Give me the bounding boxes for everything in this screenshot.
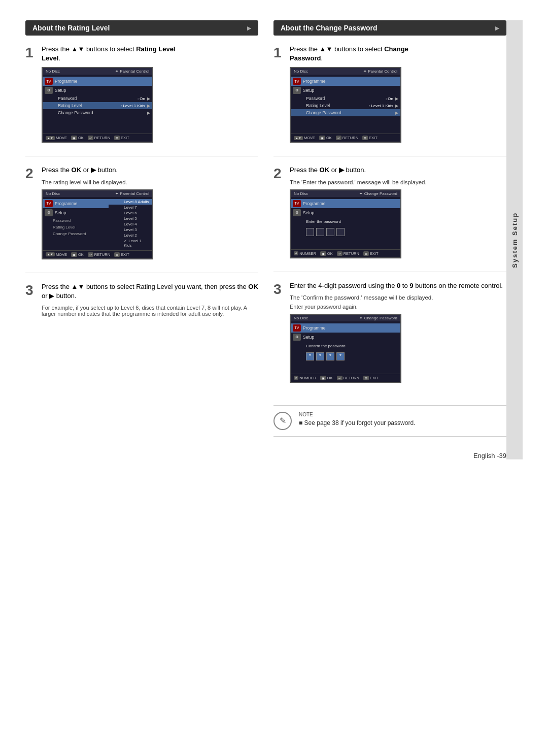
step-1-title: Press the ▲▼ buttons to select Rating Le…	[42, 45, 258, 63]
screen-row-password: Password : On ▶	[43, 95, 152, 102]
right-step-2: 2 Press the OK or ▶ button. The 'Enter t…	[273, 166, 506, 272]
system-setup-tab: System Setup	[506, 20, 523, 459]
right-step-3: 3 Enter the 4-digit password using the 0…	[273, 281, 506, 396]
screen-top-bar-4: No Disc ✦ Change Password	[291, 190, 400, 197]
programme-icon-3: TV	[293, 78, 301, 85]
right-step-2-content: Press the OK or ▶ button. The 'Enter the…	[290, 166, 506, 262]
confirm-box-1: *	[306, 352, 314, 360]
screen-mockup-2: No Disc ✦ Parental Control TV Programme	[42, 189, 153, 259]
screen-row-programme: TV Programme	[43, 77, 152, 86]
note-text: ■ See page 38 if you forgot your passwor…	[299, 419, 506, 426]
step-2-sub: The rating level will be displayed.	[42, 179, 258, 185]
setup-icon-2: ⚙	[45, 209, 53, 216]
left-step-2: 2 Press the OK or ▶ button. The rating l…	[25, 166, 258, 273]
password-box-4	[336, 228, 345, 236]
screen-top-bar-2: No Disc ✦ Parental Control	[43, 190, 152, 197]
confirm-password-label: Confirm the password	[291, 342, 400, 349]
level-3: Level 3	[109, 227, 152, 233]
step-2-content: Press the OK or ▶ button. The rating lev…	[42, 166, 258, 263]
rating-level-header: About the Rating Level	[25, 20, 258, 36]
level-4: Level 4	[109, 221, 152, 227]
step-3-content: Press the ▲▼ buttons to select Rating Le…	[42, 282, 258, 317]
programme-icon-2: TV	[45, 200, 53, 207]
programme-icon-5: TV	[293, 324, 301, 332]
left-column: About the Rating Level 1 Press the ▲▼ bu…	[25, 20, 258, 437]
screen-row-rating-level: Rating Level : Level 1 Kids ▶	[43, 102, 152, 109]
step-1-content: Press the ▲▼ buttons to select Rating Le…	[42, 45, 258, 147]
password-box-1	[306, 228, 314, 236]
confirm-box-4: *	[336, 352, 345, 360]
note-text-area: NOTE ■ See page 38 if you forgot your pa…	[299, 412, 506, 426]
screen-bottom-bar-2: ▲▼ MOVE ▣ OK ↩ RETURN ⊠ EXIT	[43, 250, 152, 258]
screen-bottom-bar-1: ▲▼ MOVE ▣ OK ↩ RETURN ⊠ EXIT	[43, 134, 152, 142]
screen-mockup-3: No Disc ✦ Parental Control TV Programme …	[290, 67, 401, 143]
step-2-title: Press the OK or ▶ button.	[42, 166, 258, 175]
level-6: Level 6	[109, 210, 152, 216]
screen-body-4: TV Programme ⚙ Setup Enter the password	[291, 197, 400, 249]
note-section: ✎ NOTE ■ See page 38 if you forgot your …	[273, 405, 506, 437]
right-step-3-content: Enter the 4-digit password using the 0 t…	[290, 281, 506, 387]
confirm-password-boxes: * * * *	[306, 352, 400, 360]
programme-icon: TV	[45, 78, 53, 85]
left-step-3: 3 Press the ▲▼ buttons to select Rating …	[25, 282, 258, 326]
level-7: Level 7	[109, 205, 152, 210]
step-3-title: Press the ▲▼ buttons to select Rating Le…	[42, 282, 258, 301]
right-step-3-title: Enter the 4-digit password using the 0 t…	[290, 281, 506, 290]
screen-top-bar-5: No Disc ✦ Change Password	[291, 315, 400, 321]
right-step-number-2: 2	[273, 167, 285, 262]
setup-icon-5: ⚙	[293, 334, 301, 341]
password-input-boxes	[306, 228, 400, 236]
screen-row-setup: ⚙ Setup	[43, 86, 152, 95]
screen-body-1: TV Programme ⚙ Setup Password : On	[43, 75, 152, 134]
page-footer: English -39	[25, 452, 506, 459]
screen-mockup-4: No Disc ✦ Change Password TV Programme ⚙	[290, 189, 401, 258]
left-step-1: 1 Press the ▲▼ buttons to select Rating …	[25, 45, 258, 156]
step-number-1: 1	[25, 46, 37, 147]
right-step-1-content: Press the ▲▼ buttons to select ChangePas…	[290, 45, 506, 147]
right-step-3-sub1: The 'Confirm the password.' message will…	[290, 294, 506, 301]
right-column: About the Change Password 1 Press the ▲▼…	[273, 20, 506, 437]
password-box-3	[326, 228, 334, 236]
level-1-kids: Level 1 Kids	[109, 238, 152, 248]
right-step-2-sub: The 'Enter the password.' message will b…	[290, 179, 506, 185]
setup-icon-3: ⚙	[293, 87, 301, 94]
level-2: Level 2	[109, 233, 152, 238]
right-step-1: 1 Press the ▲▼ buttons to select ChangeP…	[273, 45, 506, 156]
screen-bottom-bar-5: # NUMBER ▣ OK ↩ RETURN ⊠ EXIT	[291, 374, 400, 382]
screen-mockup-5: No Disc ✦ Change Password TV Programme ⚙	[290, 314, 401, 383]
screen-body-5: TV Programme ⚙ Setup Confirm the passwor…	[291, 321, 400, 374]
programme-icon-4: TV	[293, 200, 301, 207]
step-3-sub: For example, if you select up to Level 6…	[42, 305, 258, 317]
screen-bottom-bar-4: # NUMBER ▣ OK ↩ RETURN ⊠ EXIT	[291, 249, 400, 257]
level-8: Level 8 Adults	[109, 199, 152, 205]
note-icon: ✎	[273, 412, 292, 430]
right-step-3-sub2: Enter your password again.	[290, 304, 506, 310]
right-step-2-title: Press the OK or ▶ button.	[290, 166, 506, 175]
note-label: NOTE	[299, 412, 506, 417]
right-step-number-1: 1	[273, 46, 285, 147]
setup-icon: ⚙	[45, 87, 53, 94]
setup-icon-4: ⚙	[293, 209, 301, 216]
screen-row-change-password: Change Password ▶	[43, 109, 152, 116]
enter-password-label: Enter the password	[291, 217, 400, 225]
right-step-1-title: Press the ▲▼ buttons to select ChangePas…	[290, 45, 506, 63]
screen-mockup-1: No Disc ✦ Parental Control TV Programme …	[42, 67, 153, 143]
screen-bottom-bar-3: ▲▼ MOVE ▣ OK ↩ RETURN ⊠ EXIT	[291, 134, 400, 142]
screen-top-bar-1: No Disc ✦ Parental Control	[43, 68, 152, 75]
right-step-number-3: 3	[273, 282, 285, 387]
confirm-box-3: *	[326, 352, 334, 360]
screen-body-3: TV Programme ⚙ Setup Password : On	[291, 75, 400, 134]
change-password-header: About the Change Password	[273, 20, 506, 36]
step-number-3: 3	[25, 283, 37, 317]
screen-top-bar-3: No Disc ✦ Parental Control	[291, 68, 400, 75]
level-5: Level 5	[109, 216, 152, 221]
step-number-2: 2	[25, 167, 37, 263]
confirm-box-2: *	[316, 352, 324, 360]
password-box-2	[316, 228, 324, 236]
screen-body-2: TV Programme ⚙ Setup Passwor	[43, 197, 152, 250]
